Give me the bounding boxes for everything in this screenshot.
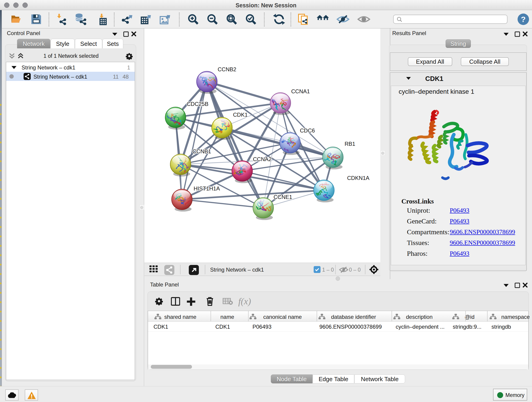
svg-text:CCNA1: CCNA1 — [291, 88, 310, 95]
svg-text:CDK1: CDK1 — [233, 112, 248, 118]
svg-text:CDC6: CDC6 — [300, 128, 315, 134]
svg-text:HIST1H1A: HIST1H1A — [194, 185, 220, 191]
svg-text:CCNE1: CCNE1 — [273, 194, 292, 200]
svg-text:CCNA2: CCNA2 — [253, 156, 272, 162]
svg-text:CCNB2: CCNB2 — [218, 66, 236, 72]
svg-text:?: ? — [521, 15, 526, 24]
svg-text:RB1: RB1 — [345, 141, 355, 147]
svg-text:CCNB1: CCNB1 — [192, 148, 211, 154]
svg-text:CDKN1A: CDKN1A — [347, 175, 369, 181]
svg-text:CDC25B: CDC25B — [187, 101, 209, 107]
